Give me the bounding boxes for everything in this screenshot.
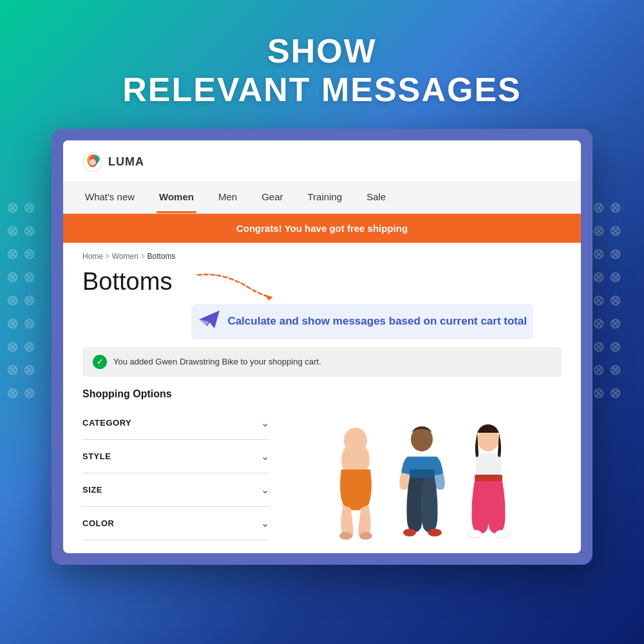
- product-image-3: [458, 421, 519, 540]
- svg-rect-14: [476, 453, 501, 478]
- svg-point-12: [428, 529, 442, 536]
- browser-window: LUMA What's new Women Men Gear Training …: [52, 129, 592, 565]
- annotation-area: Calculate and show messages based on cur…: [191, 269, 562, 339]
- main-body: Shopping Options CATEGORY ⌄ STYLE ⌄ SIZE…: [82, 388, 562, 540]
- browser-content: LUMA What's new Women Men Gear Training …: [63, 140, 581, 553]
- product-image-1: [325, 421, 386, 540]
- svg-point-8: [359, 532, 372, 540]
- svg-rect-10: [410, 469, 435, 479]
- svg-point-13: [411, 427, 433, 451]
- filter-category[interactable]: CATEGORY ⌄: [82, 406, 269, 440]
- page-title: Bottoms: [82, 269, 172, 296]
- left-decorations: ⊗⊗ ⊗⊗ ⊗⊗ ⊗⊗ ⊗⊗ ⊗⊗ ⊗⊗ ⊗⊗ ⊗⊗: [0, 193, 58, 644]
- svg-point-11: [403, 529, 416, 536]
- page-title-row: Bottoms: [82, 269, 562, 339]
- right-decorations: ⊗⊗ ⊗⊗ ⊗⊗ ⊗⊗ ⊗⊗ ⊗⊗ ⊗⊗ ⊗⊗ ⊗⊗: [586, 193, 644, 644]
- nav-bar: What's new Women Men Gear Training Sale: [63, 182, 581, 214]
- title-area: SHOW RELEVANT MESSAGES: [109, 0, 535, 129]
- nav-women[interactable]: Women: [156, 182, 196, 213]
- paper-plane-icon: [198, 308, 221, 336]
- category-chevron-icon: ⌄: [261, 417, 269, 429]
- product-image-2: [392, 421, 453, 540]
- sidebar-filters: Shopping Options CATEGORY ⌄ STYLE ⌄ SIZE…: [82, 388, 269, 540]
- svg-marker-2: [265, 294, 272, 301]
- annotation-arrow-svg: [191, 269, 281, 304]
- success-message: ✓ You added Gwen Drawstring Bike to your…: [82, 347, 562, 377]
- svg-point-17: [495, 530, 509, 538]
- color-chevron-icon: ⌄: [261, 517, 269, 529]
- product-figure-3: [458, 421, 519, 540]
- breadcrumb: Home > Women > Bottoms: [82, 252, 562, 261]
- success-check-icon: ✓: [93, 355, 107, 369]
- nav-sale[interactable]: Sale: [364, 182, 388, 213]
- svg-point-1: [90, 159, 96, 166]
- svg-point-7: [339, 532, 352, 540]
- nav-men[interactable]: Men: [216, 182, 240, 213]
- annotation-text: Calculate and show messages based on cur…: [227, 314, 527, 328]
- style-chevron-icon: ⌄: [261, 450, 269, 462]
- svg-point-16: [468, 530, 482, 538]
- size-chevron-icon: ⌄: [261, 484, 269, 496]
- product-figure-1: [325, 421, 386, 540]
- filter-size[interactable]: SIZE ⌄: [82, 473, 269, 507]
- products-area: [282, 388, 562, 540]
- filter-color[interactable]: COLOR ⌄: [82, 507, 269, 540]
- logo-area: LUMA: [82, 152, 562, 173]
- nav-training[interactable]: Training: [305, 182, 345, 213]
- product-figure-2: [392, 421, 453, 540]
- filter-style[interactable]: STYLE ⌄: [82, 440, 269, 473]
- luma-logo-icon: [82, 152, 103, 173]
- logo-text: LUMA: [108, 155, 144, 169]
- nav-gear[interactable]: Gear: [259, 182, 285, 213]
- main-title: SHOW RELEVANT MESSAGES: [122, 32, 522, 109]
- svg-marker-3: [199, 310, 220, 328]
- store-header: LUMA: [63, 140, 581, 173]
- annotation-text-box: Calculate and show messages based on cur…: [191, 304, 533, 339]
- svg-point-9: [344, 428, 367, 453]
- nav-whats-new[interactable]: What's new: [82, 182, 137, 213]
- shopping-options-title: Shopping Options: [82, 388, 269, 400]
- free-shipping-banner: Congrats! You have got free shipping: [63, 214, 581, 243]
- page-content: Home > Women > Bottoms Bottoms: [63, 243, 581, 553]
